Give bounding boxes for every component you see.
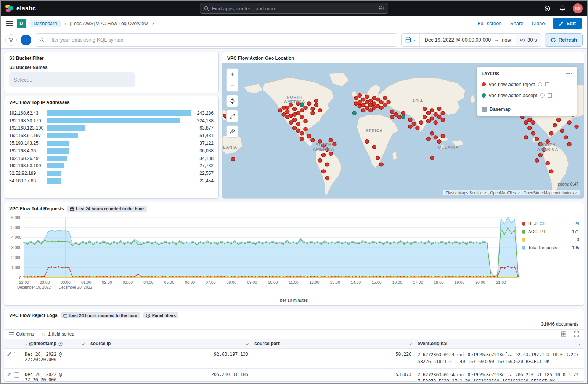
column-header-timestamp[interactable]: ↓@timestamp: [22, 339, 87, 348]
layer-item-accept[interactable]: vpc flow action accept: [477, 90, 577, 101]
collapse-layers-icon[interactable]: [566, 71, 572, 76]
share-link[interactable]: Share: [510, 21, 524, 26]
reject-logs-panel: VPC Flow Reject Logs Last 24 hours round…: [4, 309, 584, 382]
reject-geo-point: [358, 104, 361, 108]
expand-map-button[interactable]: [227, 110, 238, 122]
time-range-end[interactable]: now: [502, 37, 511, 43]
reject-geo-point: [325, 176, 329, 180]
attribution-link[interactable]: OpenStreetMap contributors: [524, 190, 574, 195]
layer-label: vpc flow action reject: [489, 82, 535, 87]
add-filter-button[interactable]: +: [21, 35, 31, 45]
s3-bucket-select[interactable]: Select...: [9, 72, 135, 87]
crosshair-locate-button[interactable]: [227, 95, 238, 107]
expand-row-pencil-icon[interactable]: [7, 352, 11, 356]
layer-checkbox-icon[interactable]: [548, 93, 552, 98]
ip-label: 52.52.92.189: [9, 171, 47, 176]
svg-text:23:00: 23:00: [40, 280, 50, 285]
legend-item[interactable]: -0: [522, 237, 579, 242]
sort-fields-button[interactable]: ↑↓ 1 field sorted: [42, 331, 74, 337]
layer-visibility-icon[interactable]: [540, 93, 545, 98]
svg-text:02:00: 02:00: [102, 280, 112, 285]
reject-geo-point: [434, 121, 437, 125]
row-checkbox[interactable]: [14, 372, 19, 378]
alerts-bell-icon[interactable]: [557, 3, 567, 13]
space-badge[interactable]: D: [17, 19, 26, 28]
attribution-link[interactable]: OpenMapTiles: [490, 190, 516, 195]
row-checkbox[interactable]: [14, 352, 19, 357]
reject-geo-point: [394, 112, 398, 116]
legend-item[interactable]: REJECT24: [522, 221, 579, 226]
zoom-in-button[interactable]: +: [227, 69, 238, 80]
calendar-icon: [63, 314, 67, 318]
chevron-down-icon[interactable]: [578, 342, 581, 345]
reject-geo-point: [300, 131, 304, 135]
reject-geo-point: [376, 98, 380, 101]
user-avatar[interactable]: BS: [573, 3, 583, 13]
saved-filter-sets-icon[interactable]: [5, 34, 17, 46]
reject-geo-point: [434, 112, 437, 116]
display-options-grid-icon[interactable]: [561, 331, 566, 337]
legend-label: ACCEPT: [528, 229, 546, 234]
legend-dot-icon: [522, 246, 525, 250]
column-header-eventoriginal[interactable]: event.original: [414, 339, 584, 348]
chart-legend: REJECT24ACCEPT171-0Total Requests195: [522, 214, 579, 297]
columns-button[interactable]: Columns: [9, 331, 34, 337]
zoom-out-button[interactable]: −: [227, 80, 238, 91]
refresh-interval-control[interactable]: 30 s: [516, 34, 541, 46]
search-icon: [39, 37, 44, 42]
chevron-down-icon[interactable]: [246, 342, 249, 345]
refresh-icon: [551, 37, 556, 43]
legend-item[interactable]: Total Requests195: [522, 245, 579, 250]
panel-filters-badge[interactable]: Panel filters: [143, 312, 178, 318]
reject-geo-point: [318, 109, 322, 112]
breadcrumb-current-page: [Logs AWS] VPC Flow Log Overview: [70, 21, 148, 26]
reject-geo-point: [426, 137, 430, 141]
reject-geo-point: [560, 129, 564, 133]
map-tools-wrench-button[interactable]: [227, 126, 238, 137]
reject-geo-point: [304, 119, 307, 123]
clone-link[interactable]: Clone: [532, 21, 545, 26]
global-search-placeholder: Find apps, content, and more.: [212, 6, 375, 11]
chevron-down-icon[interactable]: [409, 342, 412, 345]
reject-geo-point: [535, 137, 539, 141]
reject-geo-point: [383, 96, 387, 100]
layer-label: Basemap: [490, 106, 511, 112]
breadcrumb-dashboard[interactable]: Dashboard: [30, 20, 61, 27]
global-search-input[interactable]: Find apps, content, and more. ⌘/: [200, 3, 388, 14]
svg-text:04:00: 04:00: [143, 280, 153, 285]
time-range-start[interactable]: Dec 19, 2022 @ 00:00:00.000: [424, 37, 491, 43]
menu-hamburger-icon[interactable]: [6, 21, 13, 26]
map-zoom-level: zoom: 0.47: [558, 182, 578, 186]
cloud-icon[interactable]: [542, 3, 552, 13]
column-header-sourceport[interactable]: source.port: [251, 339, 414, 348]
reject-geo-point: [557, 118, 561, 122]
edit-button[interactable]: Edit: [553, 18, 582, 29]
legend-item[interactable]: ACCEPT171: [522, 229, 579, 234]
fullscreen-table-icon[interactable]: [574, 331, 579, 337]
calendar-dropdown[interactable]: [402, 34, 420, 46]
column-header-sourceip[interactable]: source.ip: [87, 339, 251, 348]
elastic-logo[interactable]: elastic: [5, 4, 36, 13]
legend-dot-icon: [522, 222, 525, 226]
chevron-down-icon[interactable]: [82, 342, 85, 345]
fullscreen-link[interactable]: Full screen: [477, 21, 502, 26]
legend-label: REJECT: [528, 221, 545, 226]
layer-item-basemap[interactable]: Basemap: [477, 104, 577, 115]
reject-geo-point: [289, 121, 293, 125]
svg-text:22:00: 22:00: [19, 280, 29, 285]
layer-checkbox-icon[interactable]: [545, 82, 549, 86]
breadcrumb-separator: ›: [64, 21, 66, 26]
layer-visibility-icon[interactable]: [538, 82, 542, 86]
map-canvas[interactable]: NORTH AMERICASOUTH AMERICAAFRICAASIAOCEA…: [222, 63, 584, 198]
ip-value: 37,122: [191, 141, 214, 146]
reject-geo-point: [292, 107, 296, 111]
svg-text:09:00: 09:00: [247, 280, 257, 285]
refresh-clock-icon: [520, 37, 525, 43]
refresh-button[interactable]: Refresh: [545, 33, 583, 47]
reject-geo-point: [325, 148, 329, 152]
query-bar: + Dec 19, 2022 @ 00:00:00.000 → now 30 s…: [1, 31, 587, 49]
attribution-link[interactable]: Elastic Maps Service: [445, 190, 482, 195]
layer-item-reject[interactable]: vpc flow action reject: [477, 79, 577, 90]
kql-filter-input[interactable]: [47, 37, 393, 43]
expand-row-pencil-icon[interactable]: [7, 372, 11, 376]
